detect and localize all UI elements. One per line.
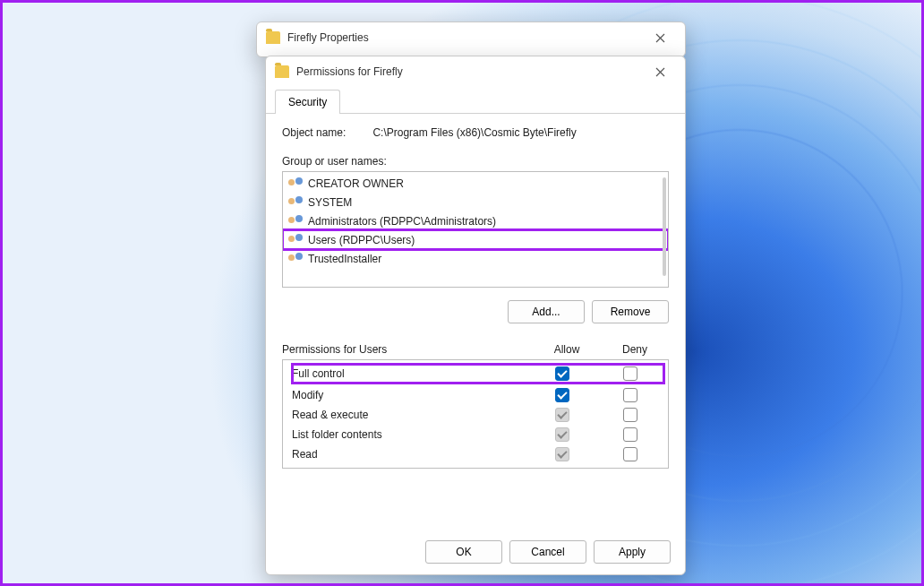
allow-checkbox[interactable] xyxy=(555,366,569,381)
deny-cell xyxy=(596,447,664,461)
add-button[interactable]: Add... xyxy=(508,300,585,323)
permission-row: Read & execute xyxy=(292,405,664,425)
deny-checkbox[interactable] xyxy=(623,427,637,442)
users-group-icon xyxy=(288,234,303,246)
folder-icon xyxy=(275,65,289,78)
group-item[interactable]: CREATOR OWNER xyxy=(283,174,668,193)
properties-title: Firefly Properties xyxy=(287,31,644,44)
object-name-label: Object name: xyxy=(282,126,346,139)
allow-cell xyxy=(528,408,596,422)
permission-row: Read xyxy=(292,444,664,464)
group-item[interactable]: Users (RDPPC\Users) xyxy=(283,230,668,249)
remove-button[interactable]: Remove xyxy=(592,300,669,323)
permission-label: Read xyxy=(292,448,528,461)
users-group-icon xyxy=(288,253,303,265)
allow-cell xyxy=(528,366,596,381)
allow-column-header: Allow xyxy=(533,343,601,356)
permissions-titlebar[interactable]: Permissions for Firefly xyxy=(266,56,685,87)
group-item[interactable]: TrustedInstaller xyxy=(283,249,668,268)
permission-label: List folder contents xyxy=(292,428,528,441)
allow-checkbox[interactable] xyxy=(555,447,569,461)
deny-cell xyxy=(596,427,664,442)
allow-checkbox[interactable] xyxy=(555,427,569,442)
deny-column-header: Deny xyxy=(601,343,669,356)
users-group-icon xyxy=(288,177,303,190)
users-group-icon xyxy=(288,196,303,209)
permission-row: Full control xyxy=(292,364,664,383)
apply-button[interactable]: Apply xyxy=(594,540,671,564)
close-button-properties[interactable] xyxy=(644,25,676,50)
close-button-permissions[interactable] xyxy=(644,59,676,84)
allow-cell xyxy=(528,427,596,442)
permission-label: Read & execute xyxy=(292,409,528,421)
deny-checkbox[interactable] xyxy=(623,408,637,422)
scrollbar-thumb[interactable] xyxy=(663,177,666,276)
deny-checkbox[interactable] xyxy=(623,366,637,381)
object-name-value: C:\Program Files (x86)\Cosmic Byte\Firef… xyxy=(372,126,576,139)
properties-titlebar[interactable]: Firefly Properties xyxy=(257,22,685,53)
allow-cell xyxy=(528,447,596,461)
properties-window: Firefly Properties xyxy=(256,22,686,57)
permission-label: Modify xyxy=(292,389,528,401)
deny-cell xyxy=(596,366,664,381)
users-group-icon xyxy=(288,215,303,228)
group-buttons-row: Add... Remove xyxy=(282,300,669,323)
allow-checkbox[interactable] xyxy=(555,408,569,422)
group-list-label: Group or user names: xyxy=(282,155,669,168)
permission-label: Full control xyxy=(292,367,528,380)
group-item-label: TrustedInstaller xyxy=(308,253,381,265)
group-item-label: CREATOR OWNER xyxy=(308,177,404,190)
group-item-label: Users (RDPPC\Users) xyxy=(308,234,415,246)
deny-cell xyxy=(596,388,664,402)
permissions-content: Object name: C:\Program Files (x86)\Cosm… xyxy=(266,114,685,481)
deny-cell xyxy=(596,408,664,422)
object-name-row: Object name: C:\Program Files (x86)\Cosm… xyxy=(282,126,669,139)
allow-cell xyxy=(528,388,596,402)
cancel-button[interactable]: Cancel xyxy=(509,540,586,564)
folder-icon xyxy=(266,31,280,44)
permissions-window: Permissions for Firefly Security Object … xyxy=(265,56,686,575)
tab-security[interactable]: Security xyxy=(275,90,340,114)
tab-strip: Security xyxy=(266,89,685,114)
group-item-label: SYSTEM xyxy=(308,196,352,209)
ok-button[interactable]: OK xyxy=(425,540,502,564)
groups-listbox[interactable]: CREATOR OWNERSYSTEMAdministrators (RDPPC… xyxy=(282,171,669,288)
permissions-header-row: Permissions for Users Allow Deny xyxy=(282,343,669,356)
permissions-title: Permissions for Firefly xyxy=(296,65,644,78)
group-item[interactable]: SYSTEM xyxy=(283,193,668,211)
group-item[interactable]: Administrators (RDPPC\Administrators) xyxy=(283,211,668,230)
dialog-buttons: OK Cancel Apply xyxy=(425,540,671,564)
permission-row: Modify xyxy=(292,385,664,405)
deny-checkbox[interactable] xyxy=(623,388,637,402)
permissions-for-label: Permissions for Users xyxy=(282,343,533,356)
group-item-label: Administrators (RDPPC\Administrators) xyxy=(308,215,496,228)
allow-checkbox[interactable] xyxy=(555,388,569,402)
permissions-list[interactable]: Full controlModifyRead & executeList fol… xyxy=(282,359,669,469)
permission-row: List folder contents xyxy=(292,425,664,444)
deny-checkbox[interactable] xyxy=(623,447,637,461)
